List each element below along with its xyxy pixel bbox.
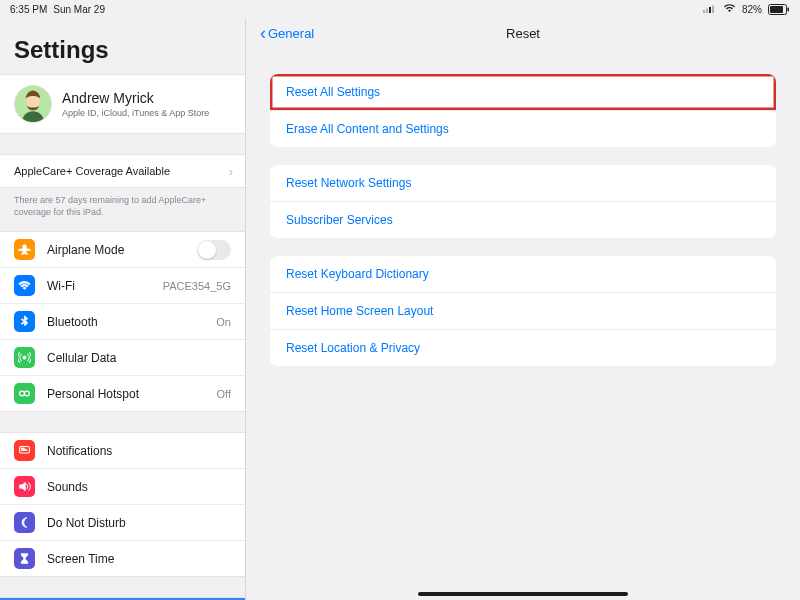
sidebar-item-label: Do Not Disturb <box>47 516 126 530</box>
reset-home-screen-layout[interactable]: Reset Home Screen Layout <box>270 292 776 329</box>
reset-group-3: Reset Keyboard Dictionary Reset Home Scr… <box>270 256 776 366</box>
svg-rect-0 <box>703 10 705 13</box>
navbar: ‹ General Reset <box>246 18 800 48</box>
sidebar-item-cellular[interactable]: Cellular Data <box>0 339 245 375</box>
hourglass-icon <box>14 548 35 569</box>
sidebar-item-label: Wi-Fi <box>47 279 75 293</box>
notifications-icon <box>14 440 35 461</box>
reset-network-settings[interactable]: Reset Network Settings <box>270 165 776 201</box>
back-label: General <box>268 26 314 41</box>
battery-icon <box>768 4 790 15</box>
profile-row[interactable]: Andrew Myrick Apple ID, iCloud, iTunes &… <box>0 75 245 133</box>
sidebar-item-notifications[interactable]: Notifications <box>0 433 245 468</box>
reset-keyboard-dictionary[interactable]: Reset Keyboard Dictionary <box>270 256 776 292</box>
sidebar-item-hotspot[interactable]: Personal Hotspot Off <box>0 375 245 411</box>
svg-rect-3 <box>712 5 714 13</box>
detail-pane: ‹ General Reset Reset All Settings Erase… <box>246 18 800 600</box>
applecare-label: AppleCare+ Coverage Available <box>14 165 170 177</box>
sidebar-item-sounds[interactable]: Sounds <box>0 468 245 504</box>
sidebar-item-label: Sounds <box>47 480 88 494</box>
sounds-icon <box>14 476 35 497</box>
sidebar-item-value: On <box>216 316 231 328</box>
airplane-icon <box>14 239 35 260</box>
profile-subtitle: Apple ID, iCloud, iTunes & App Store <box>62 108 209 118</box>
back-button[interactable]: ‹ General <box>260 24 314 42</box>
erase-all-content[interactable]: Erase All Content and Settings <box>270 110 776 147</box>
sidebar-item-label: Airplane Mode <box>47 243 124 257</box>
profile-name: Andrew Myrick <box>62 90 209 106</box>
reset-all-settings[interactable]: Reset All Settings <box>270 74 776 110</box>
reset-group-1: Reset All Settings Erase All Content and… <box>270 74 776 147</box>
sidebar-item-label: Screen Time <box>47 552 114 566</box>
battery-percent: 82% <box>742 4 762 15</box>
sidebar-item-label: Notifications <box>47 444 112 458</box>
status-time: 6:35 PM <box>10 4 47 15</box>
applecare-row[interactable]: AppleCare+ Coverage Available › <box>0 155 245 187</box>
hotspot-icon <box>14 383 35 404</box>
sidebar-item-wifi[interactable]: Wi-Fi PACE354_5G <box>0 267 245 303</box>
page-title: Reset <box>506 26 540 41</box>
status-date: Sun Mar 29 <box>53 4 105 15</box>
status-bar: 6:35 PM Sun Mar 29 82% <box>0 0 800 18</box>
svg-point-10 <box>20 391 25 396</box>
svg-rect-6 <box>788 7 790 11</box>
wifi-icon <box>14 275 35 296</box>
svg-point-11 <box>25 391 30 396</box>
sidebar-item-label: Bluetooth <box>47 315 98 329</box>
sidebar-item-dnd[interactable]: Do Not Disturb <box>0 504 245 540</box>
svg-rect-2 <box>709 7 711 13</box>
airplane-mode-toggle[interactable] <box>197 240 231 260</box>
cellular-icon <box>14 347 35 368</box>
svg-rect-1 <box>706 8 708 13</box>
svg-point-9 <box>23 356 26 359</box>
sidebar-item-label: Cellular Data <box>47 351 116 365</box>
sidebar-item-bluetooth[interactable]: Bluetooth On <box>0 303 245 339</box>
bluetooth-icon <box>14 311 35 332</box>
cellular-signal-icon <box>703 4 717 15</box>
sidebar-item-airplane-mode[interactable]: Airplane Mode <box>0 232 245 267</box>
home-indicator[interactable] <box>418 592 628 596</box>
svg-rect-14 <box>21 450 27 451</box>
subscriber-services[interactable]: Subscriber Services <box>270 201 776 238</box>
sidebar-item-value: Off <box>217 388 231 400</box>
wifi-icon <box>723 3 736 15</box>
reset-location-privacy[interactable]: Reset Location & Privacy <box>270 329 776 366</box>
sidebar-item-value: PACE354_5G <box>163 280 231 292</box>
reset-group-2: Reset Network Settings Subscriber Servic… <box>270 165 776 238</box>
sidebar-item-screen-time[interactable]: Screen Time <box>0 540 245 576</box>
avatar <box>14 85 52 123</box>
sidebar: Settings Andrew Myrick Apple ID, iCloud,… <box>0 18 246 600</box>
svg-rect-13 <box>21 448 24 449</box>
applecare-hint: There are 57 days remaining to add Apple… <box>0 188 245 222</box>
chevron-right-icon: › <box>229 164 233 179</box>
chevron-left-icon: ‹ <box>260 24 266 42</box>
sidebar-item-label: Personal Hotspot <box>47 387 139 401</box>
svg-rect-5 <box>770 6 783 13</box>
settings-title: Settings <box>0 18 245 74</box>
moon-icon <box>14 512 35 533</box>
